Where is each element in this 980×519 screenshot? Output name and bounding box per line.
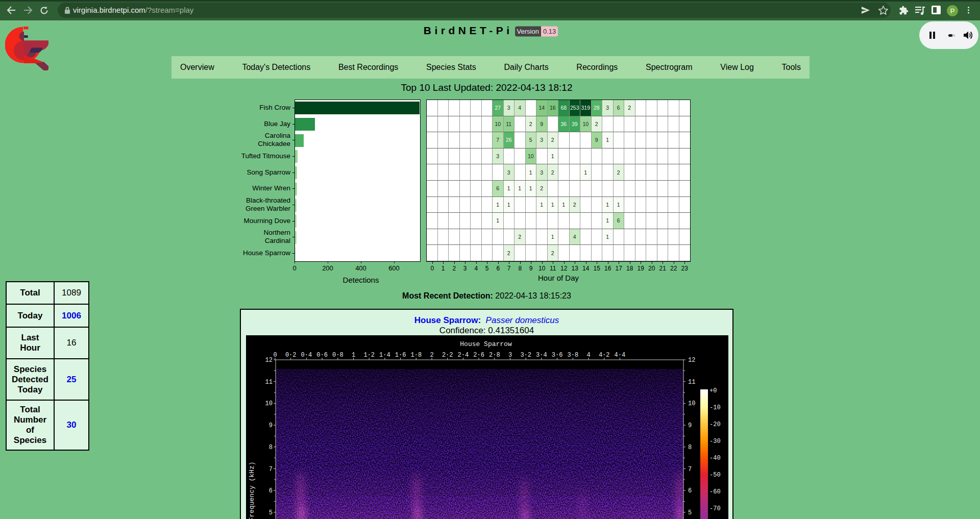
- svg-text:-40: -40: [709, 455, 721, 462]
- svg-text:9: 9: [688, 422, 692, 429]
- svg-text:7: 7: [269, 466, 273, 473]
- svg-text:11: 11: [688, 379, 695, 386]
- svg-text:3·8: 3·8: [567, 352, 578, 359]
- svg-text:9: 9: [269, 422, 273, 429]
- svg-text:10: 10: [688, 400, 695, 407]
- svg-text:-20: -20: [709, 421, 721, 428]
- svg-text:House Sparrow: House Sparrow: [460, 340, 512, 348]
- svg-text:1·6: 1·6: [395, 352, 406, 359]
- svg-text:2: 2: [430, 352, 433, 359]
- svg-text:-30: -30: [709, 438, 721, 445]
- svg-text:3·4: 3·4: [536, 352, 547, 359]
- svg-text:3: 3: [508, 352, 512, 359]
- svg-text:3·6: 3·6: [552, 352, 563, 359]
- svg-text:7: 7: [688, 466, 692, 473]
- svg-text:12: 12: [265, 357, 273, 364]
- svg-text:8: 8: [269, 444, 273, 451]
- svg-text:0: 0: [273, 352, 277, 359]
- svg-text:-70: -70: [709, 505, 721, 512]
- svg-text:1·4: 1·4: [379, 352, 390, 359]
- svg-text:3·2: 3·2: [520, 352, 531, 359]
- svg-text:-60: -60: [709, 488, 721, 496]
- svg-text:4: 4: [586, 352, 590, 359]
- svg-text:+0: +0: [709, 387, 717, 394]
- svg-text:0·2: 0·2: [285, 352, 297, 359]
- svg-text:5: 5: [688, 509, 692, 516]
- svg-text:5: 5: [269, 509, 273, 516]
- svg-text:Frequency (kHz): Frequency (kHz): [248, 461, 256, 519]
- svg-text:10: 10: [265, 400, 273, 407]
- svg-text:2·4: 2·4: [458, 352, 469, 359]
- svg-text:0·4: 0·4: [301, 352, 312, 359]
- svg-text:4·4: 4·4: [615, 352, 626, 359]
- svg-text:2·2: 2·2: [442, 352, 453, 359]
- svg-text:1·2: 1·2: [363, 352, 375, 359]
- svg-text:6: 6: [688, 487, 692, 495]
- svg-text:-50: -50: [709, 472, 721, 479]
- svg-text:2·6: 2·6: [473, 352, 484, 359]
- svg-text:4·2: 4·2: [599, 352, 610, 359]
- svg-text:8: 8: [688, 444, 692, 451]
- svg-text:6: 6: [269, 487, 273, 495]
- svg-text:1: 1: [352, 352, 355, 359]
- svg-text:11: 11: [265, 379, 273, 386]
- svg-text:0·6: 0·6: [316, 352, 328, 359]
- svg-text:1·8: 1·8: [410, 352, 422, 359]
- svg-text:P: P: [950, 7, 955, 15]
- svg-text:-10: -10: [709, 404, 721, 411]
- svg-text:0·8: 0·8: [332, 352, 344, 359]
- svg-text:2·8: 2·8: [489, 352, 500, 359]
- svg-text:12: 12: [688, 357, 695, 364]
